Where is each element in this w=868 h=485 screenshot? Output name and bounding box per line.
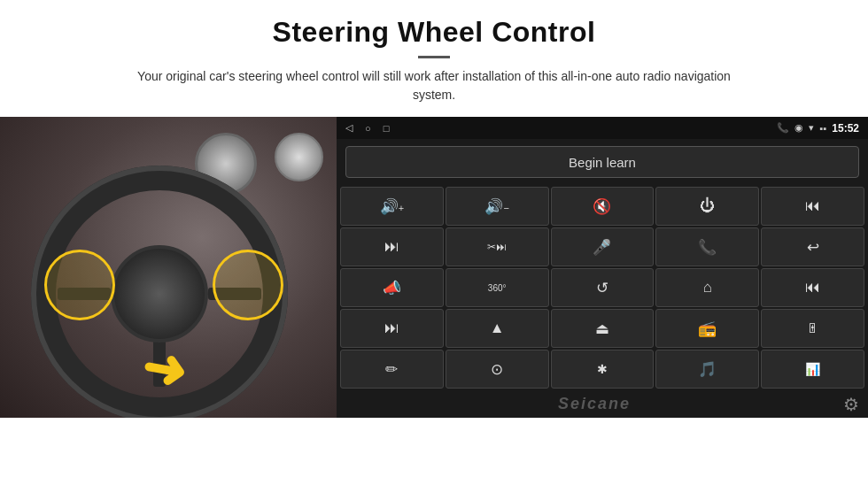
settings2-button[interactable]: ⊙: [446, 350, 549, 389]
draw-button[interactable]: ✏: [340, 350, 444, 389]
android-screen: ◁ ○ □ 📞 ◉ ▾ ▪▪ 15:52 Begin learn: [337, 117, 868, 418]
360-icon: 360°: [488, 283, 507, 293]
sw-hub: [111, 245, 208, 343]
music-button[interactable]: 🎵: [655, 350, 759, 389]
radio-icon: 📻: [698, 319, 717, 338]
hangup-button[interactable]: ↩: [761, 227, 864, 266]
call-icon: 📞: [698, 238, 717, 257]
vol-up-icon: 🔊+: [380, 197, 404, 216]
source-button[interactable]: ⏏: [551, 309, 655, 348]
ff-button[interactable]: ⏭: [340, 309, 444, 348]
ff-icon: ⏭: [384, 319, 399, 337]
vol-up-button[interactable]: 🔊+: [340, 187, 444, 226]
location-status-icon: ◉: [794, 122, 803, 134]
radio-button[interactable]: 📻: [655, 309, 759, 348]
home-icon: ⌂: [703, 279, 712, 296]
speaker-button[interactable]: 📣: [340, 268, 444, 307]
power-icon: ⏻: [700, 197, 715, 215]
status-right: 📞 ◉ ▾ ▪▪ 15:52: [777, 122, 859, 135]
steering-wheel-image: ➜: [0, 117, 337, 418]
page-title: Steering Wheel Control: [0, 16, 868, 49]
mute-icon: 🔇: [593, 197, 611, 216]
gear-icon[interactable]: ⚙: [843, 394, 859, 415]
nav-icon: ▲: [490, 319, 505, 337]
draw-icon: ✏: [385, 360, 398, 379]
bluetooth-icon: ✱: [597, 362, 608, 376]
next-button[interactable]: ⏭: [340, 227, 444, 266]
360-button[interactable]: 360°: [446, 268, 549, 307]
seicane-watermark: Seicane: [345, 395, 843, 413]
begin-learn-row: Begin learn: [337, 139, 868, 185]
highlight-left: [44, 250, 115, 320]
begin-learn-label: Begin learn: [569, 155, 636, 170]
rew-button[interactable]: ⏮: [761, 268, 864, 307]
nav-button[interactable]: ▲: [446, 309, 549, 348]
home-button[interactable]: ⌂: [655, 268, 759, 307]
settings2-icon: ⊙: [491, 360, 503, 379]
power-button[interactable]: ⏻: [655, 187, 759, 226]
gauge-right: [275, 133, 323, 181]
back-icon: ↺: [596, 279, 608, 297]
home-nav-icon[interactable]: ○: [365, 123, 371, 134]
title-divider: [418, 56, 450, 58]
call-button[interactable]: 📞: [655, 227, 759, 266]
mute-button[interactable]: 🔇: [551, 187, 655, 226]
vol-down-button[interactable]: 🔊−: [446, 187, 549, 226]
recents-nav-icon[interactable]: □: [384, 123, 390, 134]
back-button[interactable]: ↺: [551, 268, 655, 307]
prev-icon: ⏮: [805, 197, 820, 215]
hangup-icon: ↩: [807, 238, 819, 257]
source-icon: ⏏: [595, 319, 609, 338]
mic-icon: 🎤: [593, 238, 611, 257]
content-row: ➜ ◁ ○ □ 📞 ◉ ▾ ▪▪ 15:52: [0, 117, 868, 418]
highlight-right: [213, 250, 283, 320]
control-grid: 🔊+ 🔊− 🔇 ⏻ ⏮ ⏭ ✂⏭ 🎤 📞 ↩ 📣 360° ↺ ⌂ ⏮ ⏭: [337, 185, 868, 390]
prev-button[interactable]: ⏮: [761, 187, 864, 226]
phone-status-icon: 📞: [777, 122, 789, 134]
title-section: Steering Wheel Control Your original car…: [0, 16, 868, 104]
next-icon: ⏭: [384, 238, 399, 256]
eq-icon: 🎚: [807, 321, 819, 335]
status-bar: ◁ ○ □ 📞 ◉ ▾ ▪▪ 15:52: [337, 117, 868, 139]
speaker-icon: 📣: [383, 279, 401, 297]
subtitle-text: Your original car's steering wheel contr…: [133, 67, 735, 104]
vol-down-icon: 🔊−: [484, 197, 508, 216]
begin-learn-button[interactable]: Begin learn: [345, 146, 859, 178]
screen-footer: Seicane ⚙: [337, 390, 868, 418]
eq-button[interactable]: 🎚: [761, 309, 864, 348]
signal-status-icon: ▪▪: [819, 123, 826, 134]
skip-icon: ✂⏭: [487, 241, 507, 253]
skip-button[interactable]: ✂⏭: [446, 227, 549, 266]
status-left: ◁ ○ □: [345, 122, 389, 134]
bluetooth-button[interactable]: ✱: [551, 350, 655, 389]
rew-icon: ⏮: [805, 279, 820, 296]
mic-button[interactable]: 🎤: [551, 227, 655, 266]
wifi-status-icon: ▾: [809, 122, 814, 134]
spectrum-button[interactable]: 📊: [761, 350, 864, 389]
spectrum-icon: 📊: [805, 362, 820, 376]
clock: 15:52: [832, 122, 859, 135]
back-nav-icon[interactable]: ◁: [345, 122, 353, 134]
music-icon: 🎵: [698, 360, 717, 379]
